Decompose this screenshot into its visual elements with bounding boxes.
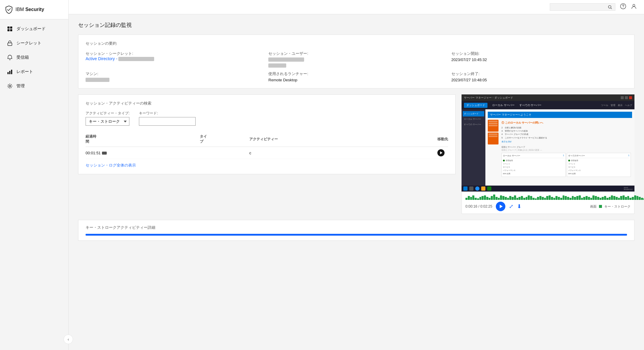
vm-menu-local[interactable]: ローカル サーバー [492,103,515,107]
timeline-segment [609,197,611,200]
activity-type-select[interactable]: キー・ストロークスクリーンすべて [86,117,129,126]
keyword-input[interactable] [139,117,196,126]
svg-rect-3 [10,29,12,31]
vm-minimize-btn[interactable] [621,96,624,99]
activity-search-card: セッション・アクティビティーの検索 アクティビティー・タイプ: キー・ストローク… [78,94,456,174]
topbar [69,0,644,14]
sidebar-item-admin[interactable]: 管理 [0,79,68,93]
vm-content: ダッシュボード ローカル サーバー すべての サーバー サーバー マネージャーへ… [462,109,634,192]
search-box[interactable] [550,3,615,11]
timeline-segment [576,196,578,200]
vm-main: サーバー マネージャーへようこそ [485,109,634,192]
vm-info-title: ① このローカル サーバーの問いへ [501,121,631,125]
vm-sidebar-dashboard[interactable]: ダッシュボード [463,111,484,116]
timeline-segment [521,196,523,200]
vm-menu-dashboard[interactable]: ダッシュボード [464,103,487,108]
bell-icon [7,55,13,60]
expand-icon[interactable]: ⤢ [509,203,513,210]
col-elapsed: 経過時間 [86,132,200,147]
sidebar-collapse-button[interactable]: ‹ [64,335,73,344]
vm-sidebar-local[interactable]: ローカル サーバー [463,116,484,122]
summary-user: セッション・ユーザー: [268,51,444,68]
timeline-segment [553,198,555,200]
summary-grid: セッション・シークレット: Active Directory - セッション・ユ… [86,51,627,82]
timeline-segment [586,196,588,200]
timeline-segment [632,197,634,200]
vm-taskbar-start[interactable] [463,186,467,191]
timeline-segment [542,197,544,200]
vm-sg-all-perf: パフォーマンス [568,169,629,172]
controls-right: 画面 キー・ストローク [590,204,631,209]
vm-menu-all[interactable]: すべての サーバー [519,103,542,107]
vm-taskbar-server[interactable] [487,186,491,191]
timeline-segment [472,195,474,200]
col-goto: 移動先 [398,132,448,147]
vm-sidebar-all[interactable]: すべての サーバー [463,122,484,127]
timeline-segment [546,196,548,200]
user-icon[interactable] [631,3,637,11]
cell-type [200,147,250,159]
timeline-segment [491,196,493,200]
vm-sg-title: 役割とサーバー グループ役割とグループ | 対象は1台 | 前回の更新 --- [501,146,631,152]
help-icon[interactable] [620,3,626,11]
status-dot-all [568,160,570,161]
shield-logo-icon [5,5,13,14]
vm-orange-card-1 [488,120,499,132]
timeline-segment [623,195,625,200]
timeline-segment [627,196,629,200]
timeline-segment [595,196,597,200]
vm-menu-tools: ツール 管理 表示 ヘルプ [601,104,632,107]
vm-taskbar-folder[interactable] [481,186,485,191]
vm-sg-local-perf: パフォーマンス [503,169,564,172]
timeline-segment [493,195,495,200]
table-row: 00:01:51c [86,147,448,159]
play-button[interactable] [496,202,505,211]
timeline-segment [544,198,546,200]
svg-rect-0 [7,27,10,29]
col-activity: アクティビティー [249,132,398,147]
timeline-segment [592,195,595,200]
keystroke-card: キー・ストロークアクティビティー詳細 [78,220,634,241]
sidebar-item-label: ダッシュボード [16,26,46,32]
vm-sg-local-events: イベント [503,162,564,166]
sidebar-item-inbox[interactable]: 受信箱 [0,50,68,65]
svg-rect-1 [10,27,12,29]
timeline-segment [484,195,486,200]
timeline-segment [502,196,504,200]
keystroke-title: キー・ストロークアクティビティー詳細 [86,225,627,230]
play-row-button[interactable] [437,149,445,156]
vm-sg-local-card: ローカル サーバー 1 管理使用 イベント サービス パフォーマンス [501,153,566,177]
sidebar-item-reports[interactable]: レポート [0,65,68,79]
video-container: サーバー マネージャー・ダッシュボード ダッシュボード ローカル サーバー [462,94,634,192]
timeline-segment [604,196,606,200]
timeline-segment [486,197,488,200]
page-content: セッション記録の監視 セッションの要約 セッション・シークレット: Active… [69,14,644,350]
search-input[interactable] [553,5,606,9]
grid-icon [7,26,13,32]
summary-machine: マシン: [86,71,261,82]
session-log-link[interactable]: セッション・ログ全体の表示 [86,163,448,168]
main-area: セッション記録の監視 セッションの要約 セッション・シークレット: Active… [69,0,644,350]
form-row: アクティビティー・タイプ: キー・ストロークスクリーンすべて キーワード: [86,111,448,126]
lock-icon [7,40,13,46]
vm-info-list: 2 分析と解決の比較 3 管理するサーバーの追加 4 サーバー グループの作成 … [501,126,631,143]
activity-table: 経過時間 タイプ アクティビティー 移動先 00:01:51c [86,132,448,159]
download-icon[interactable]: ⬇ [517,203,521,210]
svg-point-11 [623,7,623,8]
vm-sg-local-status: 管理使用 [503,159,564,162]
timeline-segment [479,197,482,200]
timeline-segment [602,197,604,200]
timeline-bar[interactable] [465,194,631,200]
svg-rect-4 [8,43,12,46]
timeline-segment [639,197,641,200]
summary-secret-link[interactable]: Active Directory - [86,56,117,61]
vm-taskbar-search[interactable] [469,186,473,191]
vm-maximize-btn[interactable] [625,96,628,99]
vm-close-btn[interactable] [629,96,632,99]
sidebar-item-dashboard[interactable]: ダッシュボード [0,22,68,36]
vm-sg-all-bpa: BPA 結果 [568,172,629,175]
sidebar-item-secrets[interactable]: シークレット [0,36,68,50]
sidebar-item-label: 受信箱 [16,55,29,60]
vm-taskbar-ie[interactable] [475,186,479,191]
chart-icon [7,69,13,75]
